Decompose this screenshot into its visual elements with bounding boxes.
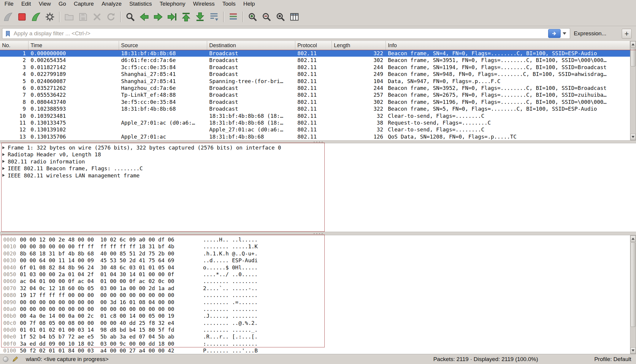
zoom-in-button[interactable]	[245, 10, 259, 24]
packet-list-scrollbar[interactable]	[630, 41, 636, 140]
expander-icon[interactable]	[2, 160, 5, 163]
packet-bytes-scrollbar[interactable]	[630, 235, 636, 354]
menu-capture[interactable]: Capture	[70, 0, 98, 8]
packet-row-13[interactable]: 130.130135706Apple_27:01:ac18:31:bf:4b:8…	[0, 133, 630, 140]
go-first-packet-button[interactable]	[179, 10, 193, 24]
packet-row-10[interactable]: 100.10392348118:31:bf:4b:8b:68 (18:…802.…	[0, 112, 630, 119]
resize-columns-button[interactable]	[287, 10, 301, 24]
add-filter-button[interactable]: +	[622, 29, 632, 39]
open-file-button[interactable]	[62, 10, 76, 24]
hex-row[interactable]: 00d001 01 01 02 01 00 03 14 98 d8 bd b4 …	[0, 326, 636, 333]
detail-line[interactable]: IEEE 802.11 wireless LAN management fram…	[0, 172, 636, 179]
scrollbar-thumb[interactable]	[631, 48, 635, 66]
menu-file[interactable]: File	[1, 0, 18, 8]
menu-help[interactable]: Help	[240, 0, 259, 8]
hex-row[interactable]: 00406f 01 08 82 84 8b 96 24 30 48 6c 03 …	[0, 264, 636, 271]
detail-line[interactable]: 802.11 radio information	[0, 158, 636, 165]
expert-info-icon[interactable]	[3, 357, 8, 362]
pane-splitter-lower[interactable]	[0, 232, 636, 235]
column-header-destination[interactable]: Destination	[207, 41, 295, 50]
hex-row[interactable]: 00a000 00 00 00 00 00 00 00 00 00 00 00 …	[0, 306, 636, 312]
column-header-no[interactable]: No.	[0, 41, 28, 50]
capture-options-button[interactable]	[43, 10, 57, 24]
packet-row-4[interactable]: 40.022799189Shanghai_27:85:41Broadcast80…	[0, 71, 630, 77]
capture-comment-icon[interactable]	[12, 356, 18, 362]
hex-row[interactable]: 00e01f 52 b4 b5 b7 72 ae e5 5b ab 3a ed …	[0, 333, 636, 340]
column-header-time[interactable]: Time	[28, 41, 119, 50]
hex-row[interactable]: 007032 04 0c 12 18 60 0b 05 03 00 1a 00 …	[0, 285, 636, 292]
expression-button[interactable]: Expression...	[574, 30, 606, 37]
hex-row[interactable]: 003000 00 64 00 11 14 00 09 45 53 50 2d …	[0, 257, 636, 264]
hex-row[interactable]: 005001 03 00 00 2a 01 04 2f 01 04 30 14 …	[0, 271, 636, 278]
go-to-packet-button[interactable]	[165, 10, 179, 24]
hex-row[interactable]: 009000 00 00 00 00 00 00 00 00 3d 16 01 …	[0, 299, 636, 306]
column-header-length[interactable]: Length	[332, 41, 386, 50]
filter-apply-button[interactable]	[548, 29, 561, 38]
expander-icon[interactable]	[2, 146, 5, 149]
expander-icon[interactable]	[2, 153, 5, 156]
filter-bookmark-icon[interactable]	[4, 30, 11, 37]
hex-row[interactable]: 00f03a ed dd 09 00 10 18 02 03 00 9c 00 …	[0, 340, 636, 347]
go-back-button[interactable]	[137, 10, 151, 24]
menu-analyze[interactable]: Analyze	[98, 0, 126, 8]
scroll-up-button[interactable]	[630, 41, 636, 47]
packet-row-11[interactable]: 110.130133475Apple_27:01:ac (d0:a6:…18:3…	[0, 119, 630, 126]
hex-bytes: 00 00 12 00 2e 48 00 00 10 02 6c 09 a0 0…	[20, 236, 174, 243]
zoom-out-button[interactable]	[259, 10, 273, 24]
detail-line[interactable]: Radiotap Header v0, Length 18	[0, 151, 636, 158]
hex-row[interactable]: 00c000 7f 08 05 00 08 00 00 00 00 40 dd …	[0, 320, 636, 326]
menu-edit[interactable]: Edit	[18, 0, 35, 8]
column-header-protocol[interactable]: Protocol	[295, 41, 332, 50]
go-forward-button[interactable]	[151, 10, 165, 24]
menu-wireless[interactable]: Wireless	[189, 0, 218, 8]
menu-go[interactable]: Go	[55, 0, 70, 8]
scroll-down-button[interactable]	[630, 134, 636, 140]
close-file-button[interactable]	[90, 10, 104, 24]
menu-tools[interactable]: Tools	[218, 0, 239, 8]
autoscroll-icon	[209, 12, 219, 22]
packet-row-6[interactable]: 60.035271262Hangzhou_cd:7a:6eBroadcast80…	[0, 85, 630, 91]
column-header-source[interactable]: Source	[119, 41, 207, 50]
auto-scroll-button[interactable]	[207, 10, 221, 24]
hex-row[interactable]: 00208b 68 18 31 bf 4b 8b 68 40 00 85 51 …	[0, 250, 636, 257]
stop-capture-button[interactable]	[15, 10, 29, 24]
scroll-down-button[interactable]	[630, 347, 636, 354]
hex-row[interactable]: 00b000 4a 0e 14 00 0a 00 2c 01 c8 00 14 …	[0, 312, 636, 319]
display-filter-field[interactable]	[2, 28, 570, 39]
hex-row[interactable]: 001000 00 80 00 00 00 ff ff ff ff ff ff …	[0, 243, 636, 250]
hex-row[interactable]: 008019 17 ff ff ff 00 00 00 00 00 00 00 …	[0, 292, 636, 298]
packet-row-5[interactable]: 50.024060087Shanghai_27:85:41Spanning-tr…	[0, 78, 630, 85]
menu-statistics[interactable]: Statistics	[126, 0, 156, 8]
restart-capture-button[interactable]	[29, 10, 43, 24]
zoom-reset-button[interactable]	[273, 10, 287, 24]
packet-row-9[interactable]: 90.10238859318:31:bf:4b:8b:68Broadcast80…	[0, 105, 630, 112]
start-capture-button[interactable]	[1, 10, 15, 24]
packet-row-1[interactable]: 10.00000000018:31:bf:4b:8b:68Broadcast80…	[0, 50, 630, 57]
scrollbar-thumb[interactable]	[631, 242, 635, 327]
hex-row[interactable]: 0060ac 04 01 00 00 0f ac 04 01 00 00 0f …	[0, 278, 636, 284]
scroll-up-button[interactable]	[630, 236, 636, 242]
hex-row[interactable]: 000000 00 12 00 2e 48 00 00 10 02 6c 09 …	[0, 236, 636, 243]
packet-row-3[interactable]: 30.0118271423c:f5:cc:0e:35:84Broadcast80…	[0, 64, 630, 71]
packet-row-2[interactable]: 20.002654354d6:61:fe:cd:7a:6eBroadcast80…	[0, 57, 630, 63]
packet-row-8[interactable]: 80.0804437403e:f5:cc:0e:35:84Broadcast80…	[0, 98, 630, 105]
detail-line[interactable]: IEEE 802.11 Beacon frame, Flags: .......…	[0, 165, 636, 172]
pane-splitter-upper[interactable]	[0, 140, 636, 143]
save-file-button[interactable]	[76, 10, 90, 24]
menu-telephony[interactable]: Telephony	[156, 0, 189, 8]
expander-icon[interactable]	[2, 167, 5, 170]
go-last-packet-button[interactable]	[193, 10, 207, 24]
hex-row[interactable]: 010050 f2 02 01 01 84 00 03 a4 00 00 27 …	[0, 347, 636, 354]
colorize-packets-button[interactable]	[226, 10, 240, 24]
column-header-info[interactable]: Info	[386, 41, 630, 50]
expander-icon[interactable]	[2, 174, 5, 177]
packet-row-12[interactable]: 120.130139102Apple_27:01:ac (d0:a6:…802.…	[0, 126, 630, 133]
menu-view[interactable]: View	[35, 0, 55, 8]
reload-file-button[interactable]	[104, 10, 118, 24]
display-filter-input[interactable]	[11, 30, 548, 37]
packet-row-7[interactable]: 70.055536422Tp-LinkT_ef:48:88Broadcast80…	[0, 91, 630, 98]
profile-label[interactable]: Profile: Default	[594, 354, 631, 364]
filter-history-dropdown[interactable]	[561, 29, 568, 38]
detail-line[interactable]: Frame 1: 322 bytes on wire (2576 bits), …	[0, 144, 636, 151]
find-packet-button[interactable]	[123, 10, 137, 24]
